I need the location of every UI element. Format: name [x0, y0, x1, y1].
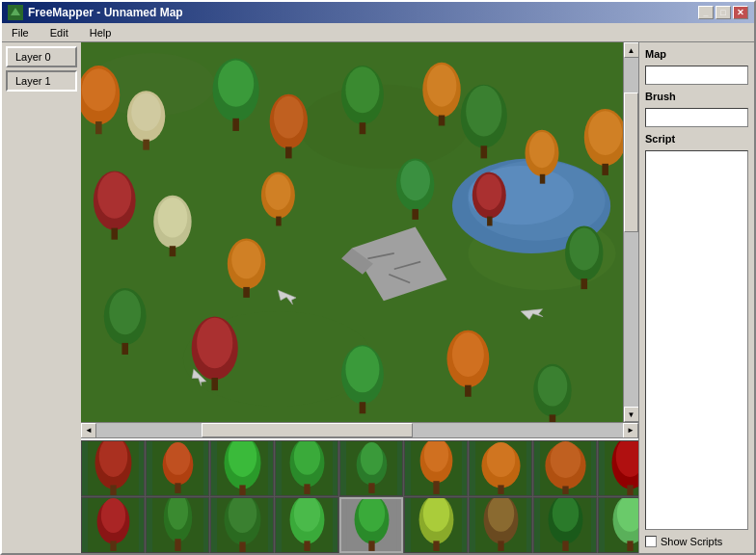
tile-11[interactable]: [210, 497, 274, 553]
tile-10[interactable]: [146, 497, 209, 553]
svg-point-59: [452, 332, 484, 377]
scroll-up-button[interactable]: ▲: [624, 42, 639, 58]
svg-rect-30: [285, 146, 292, 158]
tile-3[interactable]: [275, 440, 338, 496]
svg-rect-101: [368, 483, 374, 493]
svg-point-68: [529, 132, 554, 168]
show-scripts-row: Show Scripts: [645, 536, 748, 547]
svg-point-29: [274, 96, 304, 139]
menu-edit[interactable]: Edit: [44, 26, 74, 40]
tile-6[interactable]: [469, 440, 532, 496]
svg-point-23: [131, 93, 161, 131]
svg-rect-105: [433, 481, 439, 494]
show-scripts-checkbox[interactable]: [645, 536, 657, 547]
svg-point-71: [400, 161, 430, 201]
vertical-scrollbar[interactable]: ▲ ▼: [623, 42, 638, 422]
layer-0-button[interactable]: Layer 0: [6, 46, 77, 67]
svg-rect-66: [276, 217, 281, 226]
main-content: Layer 0 Layer 1: [2, 42, 754, 553]
svg-point-35: [427, 65, 457, 107]
svg-point-53: [197, 318, 232, 369]
scroll-track-h[interactable]: [96, 423, 623, 437]
svg-point-62: [538, 366, 568, 407]
svg-rect-57: [360, 402, 366, 413]
svg-rect-27: [232, 119, 239, 131]
window-controls: _ □ ✕: [698, 6, 748, 19]
svg-rect-51: [580, 278, 587, 289]
scroll-right-button[interactable]: ►: [623, 423, 638, 438]
minimize-button[interactable]: _: [698, 6, 714, 19]
svg-point-20: [82, 68, 116, 111]
menu-bar: File Edit Help: [2, 23, 754, 42]
tile-7[interactable]: [533, 440, 597, 496]
center-area: ▲ ▼ ◄ ►: [81, 42, 638, 553]
svg-rect-153: [627, 541, 633, 551]
tile-1[interactable]: [146, 440, 209, 496]
maximize-button[interactable]: □: [716, 6, 731, 19]
tile-12[interactable]: [275, 497, 338, 553]
tile-17[interactable]: [598, 497, 638, 553]
svg-rect-72: [412, 209, 418, 220]
tile-13[interactable]: [339, 497, 403, 553]
svg-point-26: [218, 61, 254, 107]
left-panel: Layer 0 Layer 1: [2, 42, 81, 553]
tile-14[interactable]: [404, 497, 468, 553]
map-canvas[interactable]: [81, 42, 623, 422]
svg-rect-78: [487, 217, 492, 226]
svg-rect-39: [481, 145, 488, 158]
menu-file[interactable]: File: [6, 26, 35, 40]
tile-16[interactable]: [533, 497, 597, 553]
tile-grid: [81, 440, 638, 553]
svg-rect-149: [562, 541, 568, 551]
tile-9[interactable]: [81, 497, 145, 553]
svg-point-38: [466, 86, 501, 137]
title-bar-left: FreeMapper - Unnamed Map: [8, 5, 183, 20]
svg-rect-137: [368, 541, 374, 551]
scroll-track-v[interactable]: [624, 58, 638, 407]
menu-help[interactable]: Help: [84, 26, 118, 40]
svg-rect-121: [110, 541, 116, 551]
svg-rect-97: [304, 484, 310, 494]
script-textarea[interactable]: [645, 150, 748, 530]
svg-point-41: [97, 172, 131, 219]
map-background: [81, 42, 623, 422]
map-input[interactable]: [645, 66, 748, 85]
svg-rect-24: [143, 140, 149, 150]
right-panel: Map Brush Script Show Scripts: [638, 42, 754, 553]
app-window: FreeMapper - Unnamed Map _ □ ✕ File Edit…: [0, 0, 756, 555]
tile-5[interactable]: [404, 440, 468, 496]
tile-2[interactable]: [210, 440, 274, 496]
window-title: FreeMapper - Unnamed Map: [28, 6, 183, 19]
brush-input[interactable]: [645, 108, 748, 127]
close-button[interactable]: ✕: [733, 6, 748, 19]
svg-rect-113: [562, 486, 568, 493]
map-with-vscroll: ▲ ▼ ◄ ►: [81, 42, 638, 437]
layer-1-button[interactable]: Layer 1: [6, 70, 77, 92]
tile-15[interactable]: [469, 497, 532, 553]
svg-point-77: [476, 174, 501, 210]
svg-point-65: [265, 174, 290, 210]
tile-8[interactable]: [598, 440, 638, 496]
svg-point-80: [231, 241, 261, 278]
svg-rect-36: [439, 116, 446, 126]
map-area: ▲ ▼ ◄ ►: [81, 42, 638, 437]
svg-rect-60: [465, 385, 472, 397]
scroll-thumb-v[interactable]: [624, 92, 638, 232]
show-scripts-label: Show Scripts: [661, 536, 722, 547]
svg-rect-125: [175, 539, 180, 551]
scroll-thumb-h[interactable]: [202, 423, 412, 437]
tile-4[interactable]: [339, 440, 403, 496]
svg-rect-33: [360, 122, 366, 134]
script-label: Script: [645, 133, 748, 145]
bottom-row: ▲ ▼: [81, 437, 638, 553]
svg-rect-42: [111, 228, 118, 240]
svg-point-50: [569, 228, 599, 271]
svg-rect-81: [243, 287, 250, 298]
svg-point-120: [100, 498, 124, 533]
map-label: Map: [645, 48, 748, 60]
scroll-down-button[interactable]: ▼: [624, 407, 639, 422]
horizontal-scrollbar[interactable]: ◄ ►: [81, 422, 638, 437]
scroll-left-button[interactable]: ◄: [81, 423, 96, 438]
tile-0[interactable]: [81, 440, 145, 496]
svg-rect-93: [239, 485, 245, 495]
